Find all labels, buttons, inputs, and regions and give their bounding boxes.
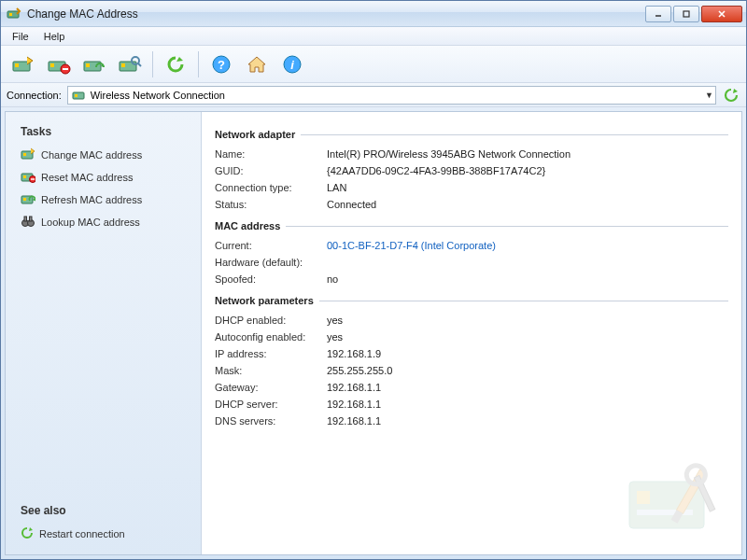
titlebar: Change MAC Address [1, 1, 746, 27]
row-dhcp-enabled: DHCP enabled:yes [215, 312, 728, 329]
svg-rect-9 [63, 68, 68, 70]
row-mac-hardware: Hardware (default): [215, 254, 728, 271]
svg-text:?: ? [218, 58, 225, 72]
toolbar-random-mac[interactable] [78, 49, 111, 80]
app-window: Change MAC Address File Help ? [0, 0, 747, 560]
svg-rect-27 [31, 178, 35, 179]
toolbar-reset-mac[interactable] [42, 49, 76, 80]
section-network-parameters: Network parameters [215, 295, 728, 306]
task-label: Reset MAC address [41, 172, 133, 183]
window-title: Change MAC Address [27, 7, 645, 21]
refresh-icon [21, 526, 34, 541]
svg-line-15 [138, 63, 141, 66]
seealso-label: Restart connection [39, 528, 125, 539]
toolbar-home[interactable] [240, 49, 274, 80]
row-dhcp-server: DHCP server:192.168.1.1 [215, 396, 728, 413]
watermark-icon [624, 454, 736, 549]
svg-rect-1 [9, 13, 12, 16]
row-ip-address: IP address:192.168.1.9 [215, 345, 728, 362]
svg-rect-29 [23, 198, 26, 201]
svg-rect-7 [50, 63, 54, 67]
row-adapter-status: Status:Connected [215, 196, 728, 213]
svg-rect-32 [24, 217, 27, 221]
svg-rect-21 [75, 94, 78, 97]
task-label: Change MAC address [41, 149, 142, 161]
window-controls [645, 6, 742, 22]
task-reset-mac[interactable]: Reset MAC address [15, 166, 191, 189]
row-mac-current: Current:00-1C-BF-21-D7-F4 (Intel Corpora… [215, 237, 728, 254]
network-card-refresh-icon [21, 192, 35, 207]
toolbar-help[interactable]: ? [204, 49, 238, 80]
menu-file[interactable]: File [5, 29, 36, 44]
toolbar-change-mac[interactable] [7, 49, 40, 80]
row-adapter-conntype: Connection type:LAN [215, 179, 728, 196]
connection-label: Connection: [7, 90, 62, 101]
connection-dropdown[interactable]: Wireless Network Connection ▼ [67, 86, 716, 105]
menubar: File Help [1, 27, 746, 46]
row-adapter-name: Name:Intel(R) PRO/Wireless 3945ABG Netwo… [215, 146, 728, 162]
section-network-adapter: Network adapter [215, 129, 728, 140]
network-card-reset-icon [21, 170, 35, 185]
network-card-edit-icon [21, 147, 35, 162]
svg-rect-11 [86, 63, 90, 67]
content-area: Tasks Change MAC address Reset MAC addre… [5, 111, 742, 555]
svg-rect-0 [7, 11, 19, 18]
toolbar-separator [152, 51, 153, 77]
svg-rect-25 [23, 175, 26, 178]
row-mask: Mask:255.255.255.0 [215, 362, 728, 379]
app-icon [7, 7, 21, 21]
connection-refresh-button[interactable] [722, 86, 740, 105]
svg-rect-13 [121, 63, 125, 67]
connection-value: Wireless Network Connection [91, 90, 225, 101]
task-lookup-mac[interactable]: Lookup MAC address [15, 211, 191, 233]
row-dns-servers: DNS servers:192.168.1.1 [215, 413, 728, 429]
toolbar-refresh[interactable] [159, 49, 192, 80]
menu-help[interactable]: Help [36, 29, 73, 44]
svg-rect-5 [15, 63, 19, 67]
toolbar-lookup-mac[interactable] [113, 49, 147, 80]
svg-rect-33 [30, 217, 33, 221]
svg-rect-23 [23, 153, 26, 156]
toolbar-about[interactable]: i [275, 49, 309, 80]
svg-rect-35 [637, 491, 650, 504]
mac-current-link[interactable]: 00-1C-BF-21-D7-F4 (Intel Corporate) [327, 240, 728, 251]
seealso-restart-connection[interactable]: Restart connection [15, 523, 191, 545]
close-button[interactable] [701, 6, 742, 22]
row-autoconfig: Autoconfig enabled:yes [215, 329, 728, 345]
toolbar: ? i [1, 46, 746, 83]
details-panel: Network adapter Name:Intel(R) PRO/Wirele… [202, 112, 741, 554]
task-change-mac[interactable]: Change MAC address [15, 144, 191, 166]
toolbar-separator [198, 51, 199, 77]
task-label: Lookup MAC address [41, 217, 140, 228]
connection-bar: Connection: Wireless Network Connection … [1, 83, 746, 107]
seealso-heading: See also [21, 504, 191, 517]
row-mac-spoofed: Spoofed:no [215, 271, 728, 287]
network-card-icon [72, 90, 87, 101]
row-gateway: Gateway:192.168.1.1 [215, 379, 728, 396]
section-mac-address: MAC address [215, 220, 728, 231]
row-adapter-guid: GUID:{42AA7DD6-09C2-4FA3-99BB-388BF17A74… [215, 162, 728, 179]
task-refresh-mac[interactable]: Refresh MAC address [15, 189, 191, 211]
svg-text:i: i [290, 58, 294, 72]
minimize-button[interactable] [645, 6, 671, 22]
task-label: Refresh MAC address [41, 194, 142, 205]
binoculars-icon [21, 215, 35, 230]
sidebar: Tasks Change MAC address Reset MAC addre… [6, 112, 202, 554]
svg-rect-20 [73, 92, 84, 99]
chevron-down-icon: ▼ [705, 91, 713, 100]
svg-rect-3 [684, 11, 689, 17]
maximize-button[interactable] [673, 6, 699, 22]
tasks-heading: Tasks [21, 125, 191, 138]
